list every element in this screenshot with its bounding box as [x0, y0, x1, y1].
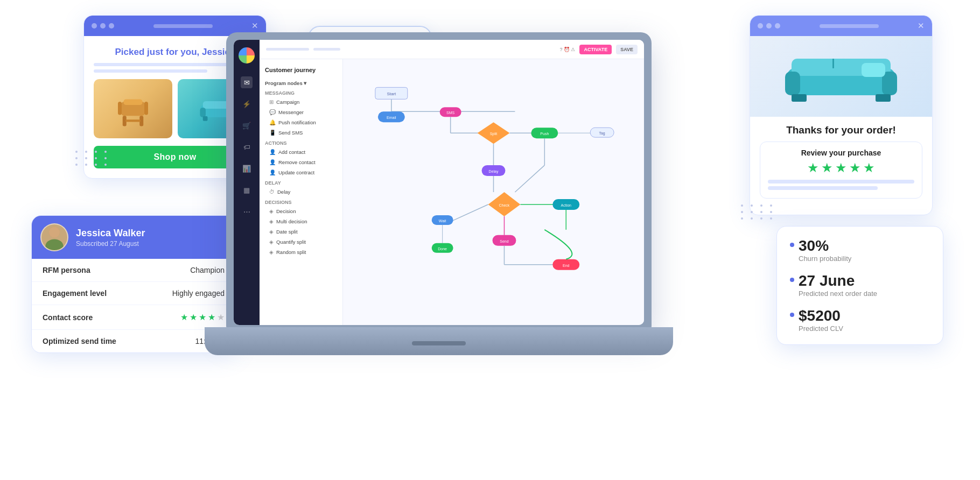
window-dots	[92, 23, 114, 29]
contact-score-label: Contact score	[43, 313, 93, 322]
svg-text:Check: Check	[499, 203, 510, 207]
order-card-header: ✕	[750, 16, 932, 36]
svg-line-45	[515, 165, 544, 192]
jessica-name: Jessica Walker	[76, 228, 145, 239]
messenger-icon: 💬	[269, 109, 276, 115]
review-bar-2	[768, 186, 878, 190]
svg-text:Split: Split	[490, 132, 498, 136]
laptop-notch	[412, 341, 466, 345]
svg-text:Done: Done	[438, 247, 447, 251]
item-update-contact[interactable]: 👤 Update contract	[260, 167, 342, 178]
order-window-dots	[758, 23, 780, 29]
churn-dot	[790, 243, 794, 247]
svg-rect-19	[876, 94, 891, 102]
sms-icon: 📱	[269, 130, 276, 136]
sidebar-icon-chart[interactable]: 📊	[241, 163, 253, 174]
laptop-shell: ✉ ⚡ 🛒 🏷 📊 ▦ ⋯ ? ⏰ ⚠ ACTI	[205, 32, 673, 355]
jessica-subscribed: Subscribed 27 August	[76, 240, 145, 248]
svg-text:Delay: Delay	[489, 170, 499, 174]
svg-rect-18	[792, 94, 807, 102]
order-close-icon[interactable]: ✕	[918, 21, 925, 31]
sidebar-icon-tag[interactable]: 🏷	[241, 141, 253, 153]
sofa-product-image	[750, 36, 932, 117]
app-sidebar: ✉ ⚡ 🛒 🏷 📊 ▦ ⋯	[234, 40, 260, 325]
svg-text:Wait: Wait	[439, 219, 446, 223]
app-topbar: ? ⏰ ⚠ ACTIVATE SAVE	[260, 40, 644, 59]
svg-rect-20	[862, 63, 885, 77]
topbar-bar-2	[313, 48, 340, 51]
churn-label: Churn probability	[799, 255, 930, 263]
order-header-bar	[820, 24, 879, 28]
item-decision[interactable]: ◈ Decision	[260, 206, 342, 216]
dots-pattern-right	[741, 204, 775, 220]
sidebar-icon-lightning[interactable]: ⚡	[241, 98, 253, 110]
dots-pattern-left	[75, 151, 110, 166]
panel-nodes-title: Program nodes ▾	[260, 77, 342, 88]
item-random-split[interactable]: ◈ Random split	[260, 247, 342, 257]
svg-text:Action: Action	[561, 203, 571, 207]
laptop-screen-bezel: ✉ ⚡ 🛒 🏷 📊 ▦ ⋯ ? ⏰ ⚠ ACTI	[226, 32, 652, 328]
chair-image	[94, 79, 172, 138]
item-sms[interactable]: 📱 Send SMS	[260, 128, 342, 138]
svg-rect-6	[144, 102, 148, 115]
svg-rect-15	[785, 72, 800, 95]
churn-item: 30% Churn probability	[790, 238, 930, 263]
app-logo[interactable]	[239, 47, 255, 63]
save-button[interactable]: SAVE	[616, 45, 638, 54]
sendtime-label: Optimized send time	[43, 337, 116, 345]
email-title-text: Picked just for you,	[115, 47, 202, 57]
clv-dot	[790, 313, 794, 317]
panel-title: Customer journey	[260, 63, 342, 75]
activate-button[interactable]: ACTIVATE	[579, 45, 612, 54]
sidebar-icon-dots[interactable]: ⋯	[241, 206, 253, 217]
svg-text:Start: Start	[387, 91, 396, 96]
random-split-icon: ◈	[269, 249, 274, 255]
laptop-base	[205, 327, 673, 355]
svg-text:Email: Email	[387, 116, 396, 119]
clv-value: $5200	[799, 308, 930, 323]
star-5[interactable]: ★	[863, 160, 875, 175]
item-add-contact[interactable]: 👤 Add contact	[260, 147, 342, 157]
star-rating[interactable]: ★ ★ ★ ★ ★	[768, 160, 914, 175]
section-actions: Actions	[260, 138, 342, 147]
section-decisions: Decisions	[260, 197, 342, 206]
sofa-big-icon	[782, 47, 900, 106]
item-date-split[interactable]: ◈ Date split	[260, 227, 342, 237]
star-3[interactable]: ★	[835, 160, 847, 175]
svg-text:Push: Push	[540, 132, 549, 136]
jessica-info: Jessica Walker Subscribed 27 August	[76, 228, 145, 248]
close-icon[interactable]: ✕	[251, 21, 258, 31]
score-star-1: ★	[180, 312, 188, 322]
sidebar-icon-mail[interactable]: ✉	[241, 76, 253, 88]
next-order-label: Predicted next order date	[799, 290, 930, 298]
sidebar-icon-grid[interactable]: ▦	[241, 184, 253, 196]
review-bar-1	[768, 180, 914, 183]
svg-rect-1	[124, 99, 143, 105]
chair-icon	[114, 87, 152, 130]
section-delay: Delay	[260, 178, 342, 187]
laptop-screen: ✉ ⚡ 🛒 🏷 📊 ▦ ⋯ ? ⏰ ⚠ ACTI	[234, 40, 644, 325]
campaign-icon: ⊞	[269, 99, 274, 105]
clv-item: $5200 Predicted CLV	[790, 308, 930, 333]
score-star-2: ★	[190, 312, 197, 322]
star-2[interactable]: ★	[821, 160, 833, 175]
review-label: Review your purchase	[768, 149, 914, 157]
svg-text:Send: Send	[500, 239, 508, 243]
item-messenger[interactable]: 💬 Messenger	[260, 107, 342, 117]
svg-rect-5	[118, 102, 122, 115]
item-quantify-split[interactable]: ◈ Quantify split	[260, 237, 342, 247]
item-remove-contact[interactable]: 👤 Remove contact	[260, 157, 342, 167]
star-1[interactable]: ★	[807, 160, 819, 175]
item-campaign[interactable]: ⊞ Campaign	[260, 97, 342, 107]
topbar-icons: ? ⏰ ⚠	[559, 47, 575, 52]
laptop: ✉ ⚡ 🛒 🏷 📊 ▦ ⋯ ? ⏰ ⚠ ACTI	[205, 32, 673, 355]
decision-icon: ◈	[269, 208, 274, 214]
order-card-body: Thanks for your order! Review your purch…	[750, 117, 932, 205]
svg-point-23	[49, 227, 60, 237]
item-delay[interactable]: ⏱ Delay	[260, 187, 342, 197]
svg-text:Tag: Tag	[599, 131, 605, 136]
star-4[interactable]: ★	[849, 160, 861, 175]
item-multi-decision[interactable]: ◈ Multi decision	[260, 216, 342, 227]
sidebar-icon-cart[interactable]: 🛒	[241, 119, 253, 131]
item-push[interactable]: 🔔 Push notification	[260, 117, 342, 128]
